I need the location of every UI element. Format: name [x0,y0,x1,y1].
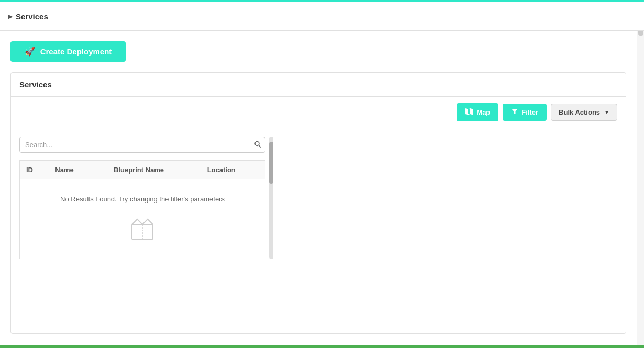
map-icon [465,107,473,117]
col-id: ID [20,161,49,179]
filter-icon [511,108,518,117]
map-button[interactable]: Map [457,103,498,121]
create-deployment-button[interactable]: 🚀 Create Deployment [10,41,126,62]
bottom-bar [0,345,644,348]
bulk-actions-caret: ▼ [604,109,609,115]
svg-line-1 [259,145,261,148]
table-scrollbar[interactable] [268,137,275,259]
bulk-actions-button[interactable]: Bulk Actions ▼ [551,104,617,121]
no-results-cell: No Results Found. Try changing the filte… [20,179,265,259]
page-title: Services [8,12,48,21]
create-deployment-label: Create Deployment [40,47,112,56]
search-container [19,137,265,153]
search-icon [254,141,261,149]
filter-button[interactable]: Filter [503,104,547,121]
services-table: ID Name Blueprint Name Location No Resul… [19,160,265,259]
table-section: ID Name Blueprint Name Location No Resul… [19,137,265,259]
empty-box-icon [127,211,158,243]
services-card-header: Services [11,73,626,97]
col-blueprint-name: Blueprint Name [107,161,201,179]
table-header: ID Name Blueprint Name Location [20,161,265,179]
empty-state-row: No Results Found. Try changing the filte… [20,179,265,259]
map-area [275,137,617,259]
header-bar: Services [0,2,644,31]
table-scrollbar-thumb [269,142,273,184]
rocket-icon: 🚀 [25,47,35,57]
bulk-actions-label: Bulk Actions [559,108,600,116]
services-card-title: Services [19,80,52,89]
services-card-body: ID Name Blueprint Name Location No Resul… [11,128,626,267]
svg-rect-2 [132,224,153,239]
main-content: 🚀 Create Deployment Services Map [0,31,637,348]
right-scrollbar[interactable] [637,2,644,348]
search-icon-button[interactable] [254,140,261,149]
col-location: Location [201,161,265,179]
col-name: Name [49,161,107,179]
services-toolbar: Map Filter Bulk Actions ▼ [11,97,626,128]
map-button-label: Map [476,108,490,116]
filter-button-label: Filter [521,108,538,116]
svg-point-0 [255,141,259,145]
no-results-text: No Results Found. Try changing the filte… [25,195,260,203]
services-card: Services Map Filter [10,72,626,334]
table-body: No Results Found. Try changing the filte… [20,179,265,259]
search-input[interactable] [19,137,265,153]
